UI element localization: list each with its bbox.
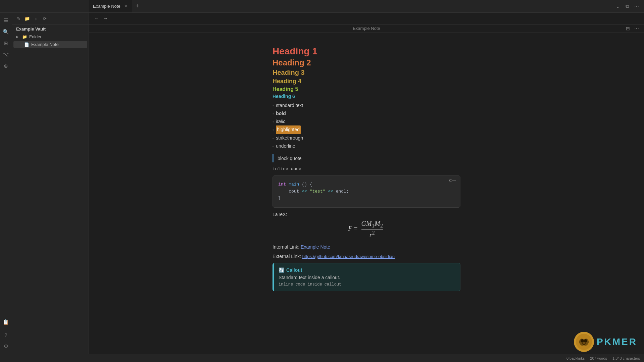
activity-graph-icon[interactable]: ⊞ [1,38,11,48]
activity-bar: ☰ 🔍 ⊞ ⌥ ⊕ 📋 ? ⚙ [0,13,12,354]
new-folder-icon[interactable]: 📁 [23,15,31,22]
editor-toolbar: ← → [89,13,644,24]
list-text-standard: standard text [276,102,303,110]
sort-icon[interactable]: ↕ [32,15,40,22]
code-paren: () { [302,182,312,187]
code-str: "test" [310,189,326,194]
code-kw-int: int [278,182,286,187]
folder-label: Folder [29,34,42,39]
pkmer-logo: PKMER [574,332,637,352]
status-backlinks: 0 backlinks [566,356,585,360]
note-body: Heading 1 Heading 2 Heading 3 Heading 4 … [273,46,460,341]
external-link[interactable]: https://github.com/kmaasrud/awesome-obsi… [302,254,395,259]
code-cout: cout [289,189,299,194]
pkmer-circle-icon [574,332,594,352]
editor-title-right: ⊟ ⋯ [625,25,640,32]
list-item-highlight: highlighted [273,125,460,134]
note-label: Example Note [31,42,59,47]
status-words: 207 words [590,356,607,360]
editor-title: Example Note [353,26,380,31]
code-close: } [278,196,281,201]
pkmer-text: PKMER [597,337,637,347]
heading-4: Heading 4 [273,78,460,85]
main-layout: ☰ 🔍 ⊞ ⌥ ⊕ 📋 ? ⚙ ✎ 📁 ↕ ⟳ Example Vault ▶ … [0,13,644,354]
latex-formula: F = GM1M2 r2 [273,220,460,239]
status-chars: 1,343 characters [612,356,640,360]
list-item-underline: underline [273,142,460,150]
list-text-highlight: highlighted [276,125,301,134]
editor-area: ← → Example Note ⊟ ⋯ Heading 1 Heading 2… [89,13,644,354]
new-note-icon[interactable]: ✎ [15,15,22,22]
activity-help-icon[interactable]: ? [1,330,11,340]
forward-button[interactable]: → [102,15,109,22]
activity-settings-icon[interactable]: ⚙ [1,341,11,351]
external-link-label: External Link: [273,254,301,259]
heading-1: Heading 1 [273,46,460,57]
callout-icon: 🔄 [279,267,284,273]
code-language: C++ [449,178,456,183]
internal-link[interactable]: Example Note [301,244,330,250]
back-button[interactable]: ← [93,15,100,22]
activity-files-icon[interactable]: ☰ [1,15,11,25]
text-list: standard text bold italic highlighted st… [273,102,460,150]
heading-2: Heading 2 [273,58,460,67]
active-tab[interactable]: Example Note ✕ [89,0,133,12]
list-text-italic: italic [276,118,285,126]
external-link-section: External Link: https://github.com/kmaasr… [273,254,460,259]
list-item-bold: bold [273,110,460,118]
activity-search-icon[interactable]: 🔍 [1,27,11,37]
svg-point-1 [581,339,584,343]
add-tab-button[interactable]: + [133,0,142,12]
code-op2: << [328,189,333,194]
inline-code: inline code [273,166,460,171]
code-block: C++ int main () { cout << "test" << endl… [273,175,460,208]
tab-close-button[interactable]: ✕ [123,4,129,9]
minimize-icon[interactable]: ⌄ [614,3,621,10]
note-icon: 📄 [24,42,29,47]
activity-plugin-icon[interactable]: ⊕ [1,61,11,71]
code-endl: endl; [336,189,349,194]
heading-5: Heading 5 [273,86,460,92]
list-text-bold: bold [276,110,286,118]
list-item-strike: strikethrough [273,134,460,142]
vault-title: Example Vault [12,24,89,33]
latex-label: LaTeX: [273,212,460,217]
folder-chevron: ▶ [16,35,20,39]
tab-bar: Example Note ✕ + [89,0,610,12]
title-bar-right: ⌄ ⧉ ⋯ [610,3,644,10]
more-icon[interactable]: ⋯ [633,3,640,10]
formula-numerator: GM1M2 [361,220,383,229]
note-item-example[interactable]: 📄 Example Note [13,41,87,48]
folder-icon: 📁 [22,35,27,39]
activity-terminal-icon[interactable]: ⌥ [1,50,11,60]
sidebar-toolbar: ✎ 📁 ↕ ⟳ [12,13,89,24]
code-content: int main () { cout << "test" << endl; } [273,176,460,207]
reader-view-icon[interactable]: ⊟ [625,25,631,32]
tab-label: Example Note [93,4,120,9]
callout-block: 🔄 Callout Standard text inside a callout… [273,263,460,291]
heading-3: Heading 3 [273,69,460,76]
code-op: << [302,189,307,194]
blockquote: block quote [273,154,460,162]
folder-item[interactable]: ▶ 📁 Folder [13,33,87,40]
callout-title-text: Callout [286,267,302,273]
activity-templates-icon[interactable]: 📋 [1,317,11,327]
internal-link-section: Internal Link: Example Note [273,244,460,250]
title-bar: Example Note ✕ + ⌄ ⧉ ⋯ [0,0,644,13]
status-bar: 0 backlinks 207 words 1,343 characters [0,354,644,362]
editor-title-bar: Example Note ⊟ ⋯ [89,24,644,33]
callout-body: Standard text inside a callout. [279,275,455,280]
collapse-icon[interactable]: ⟳ [41,15,48,22]
pkmer-svg [576,333,592,350]
list-item-italic: italic [273,118,460,126]
callout-code: inline code inside callout [279,282,455,287]
more-options-icon[interactable]: ⋯ [633,25,640,32]
code-fn-main: main [289,182,299,187]
list-item-standard: standard text [273,102,460,110]
split-icon[interactable]: ⧉ [624,3,631,10]
svg-point-2 [584,339,587,343]
callout-title: 🔄 Callout [279,267,455,273]
list-text-strike: strikethrough [276,134,303,142]
editor-content[interactable]: Heading 1 Heading 2 Heading 3 Heading 4 … [89,33,644,354]
heading-6: Heading 6 [273,94,460,99]
